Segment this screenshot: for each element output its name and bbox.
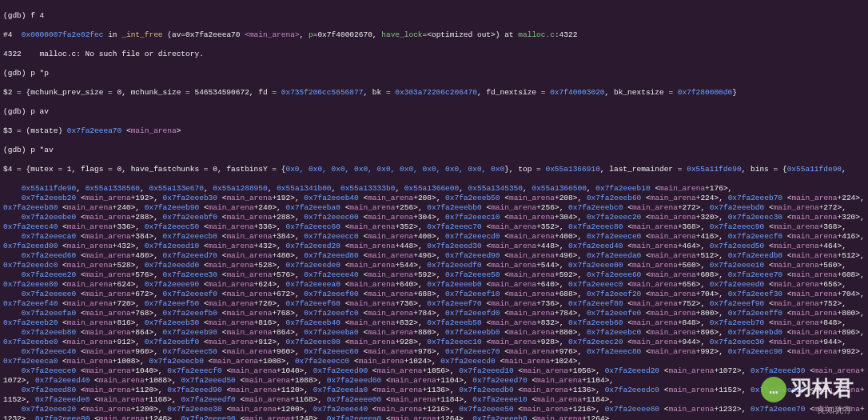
wechat-icon: …: [761, 377, 786, 402]
src-line: 4322 malloc.c: No such file or directory…: [3, 50, 865, 59]
watermark: … 羽林君: [761, 377, 854, 402]
watermark-subtitle: 良知犹存: [817, 406, 852, 415]
ptr-line: $3 = (mstate) 0x7fa2eeea70 <main_arena>: [3, 126, 865, 136]
struct-line: $2 = {mchunk_prev_size = 0, mchunk_size …: [3, 88, 865, 98]
gdb-cmd[interactable]: (gdb) p av: [3, 107, 865, 117]
watermark-text: 羽林君: [791, 385, 854, 394]
terminal-output: (gdb) f 4 #4 0x0000007fa2e02fec in _int_…: [0, 0, 868, 420]
frame-line: #4 0x0000007fa2e02fec in _int_free (av=0…: [3, 30, 865, 40]
bins-dump: 0x55a11fde90, 0x55a1338560, 0x55a133e670…: [3, 184, 865, 420]
gdb-cmd[interactable]: (gdb) p *av: [3, 146, 865, 155]
gdb-cmd[interactable]: (gdb) f 4: [3, 11, 865, 21]
av-struct: $4 = {mutex = 1, flags = 0, have_fastchu…: [3, 165, 865, 174]
gdb-cmd[interactable]: (gdb) p *p: [3, 69, 865, 78]
